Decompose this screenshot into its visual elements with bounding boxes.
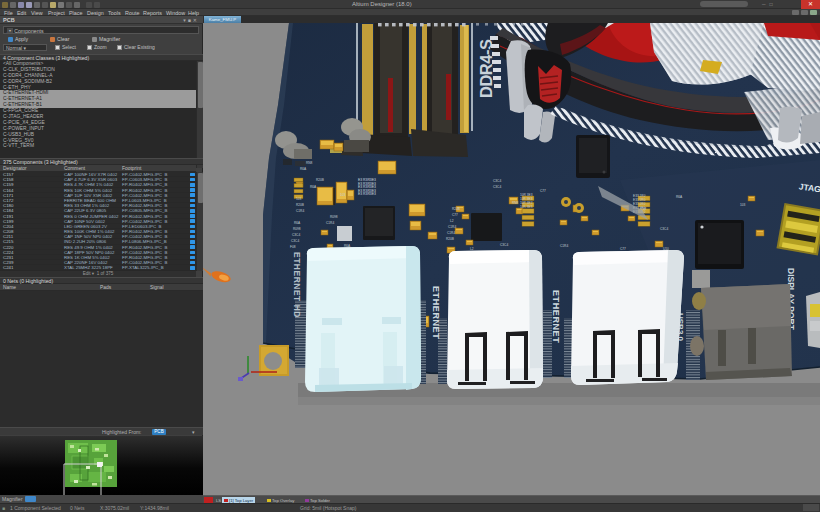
svg-text:ETHERNET: ETHERNET [431, 286, 441, 339]
svg-text:C3C4: C3C4 [493, 185, 501, 189]
svg-text:E3 R3R3E3: E3 R3R3E3 [358, 192, 376, 196]
svg-text:L2: L2 [450, 219, 454, 223]
svg-text:C3C4: C3C4 [500, 243, 508, 247]
svg-text:L2: L2 [470, 247, 474, 251]
svg-text:R20B: R20B [296, 203, 304, 207]
svg-text:10R 3E3: 10R 3E3 [520, 205, 533, 209]
svg-text:RN8: RN8 [512, 201, 519, 205]
svg-text:R20B: R20B [316, 178, 324, 182]
svg-text:C1R4: C1R4 [448, 225, 456, 229]
svg-text:103: 103 [296, 197, 302, 201]
svg-text:R098: R098 [293, 227, 301, 231]
svg-text:R6A: R6A [300, 167, 307, 171]
svg-text:R098: R098 [330, 215, 338, 219]
svg-text:103: 103 [740, 203, 746, 207]
svg-text:F08: F08 [290, 245, 296, 249]
svg-text:RN8: RN8 [306, 161, 313, 165]
svg-text:R20B: R20B [452, 207, 460, 211]
svg-text:C77: C77 [620, 247, 626, 251]
svg-text:C77: C77 [452, 213, 458, 217]
svg-text:C1R4: C1R4 [326, 221, 334, 225]
svg-text:R6A: R6A [294, 221, 301, 225]
svg-text:R20B: R20B [446, 237, 454, 241]
svg-text:ETHERNET HD: ETHERNET HD [292, 252, 302, 318]
svg-text:C1R4: C1R4 [560, 244, 568, 248]
svg-text:C1R4: C1R4 [296, 209, 304, 213]
svg-text:103: 103 [340, 193, 346, 197]
svg-text:ETHERNET: ETHERNET [551, 290, 561, 343]
svg-text:R6A: R6A [310, 185, 317, 189]
svg-text:C3C4: C3C4 [291, 239, 299, 243]
svg-text:C3C4: C3C4 [660, 227, 668, 231]
svg-text:C3C4: C3C4 [493, 179, 501, 183]
svg-text:C77: C77 [540, 189, 546, 193]
svg-text:C1R4: C1R4 [447, 231, 455, 235]
svg-text:C3C4: C3C4 [292, 233, 300, 237]
svg-text:R6A: R6A [676, 195, 683, 199]
